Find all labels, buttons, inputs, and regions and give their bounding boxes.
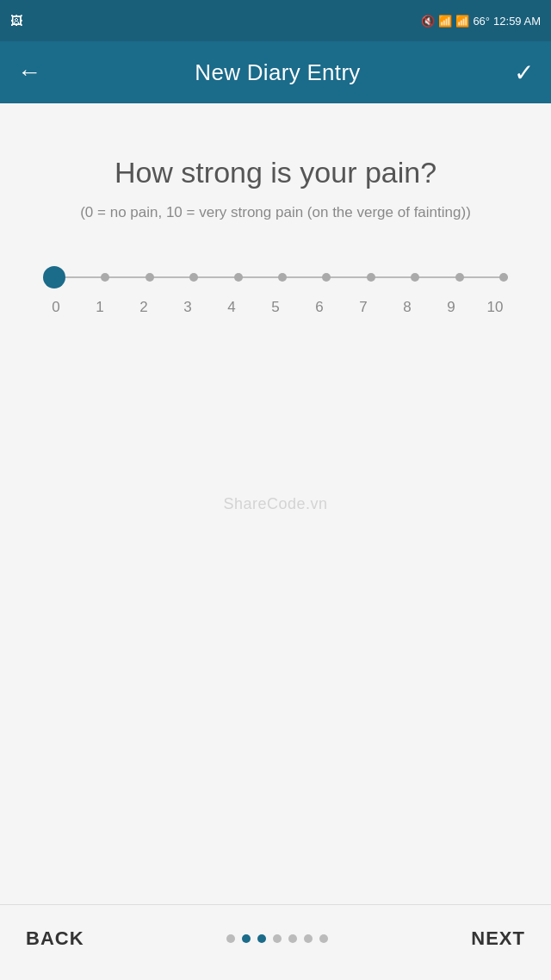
label-10: 10 [484, 299, 506, 316]
label-5: 5 [264, 299, 287, 316]
check-button[interactable]: ✓ [514, 59, 534, 87]
dot-5[interactable] [278, 273, 287, 282]
status-bar: 🖼 🔇 📶 📶 66° 12:59 AM [0, 0, 551, 41]
question-title: How strong is your pain? [115, 155, 436, 190]
label-6: 6 [308, 299, 331, 316]
dot-1[interactable] [101, 273, 109, 282]
dot-6[interactable] [322, 273, 331, 282]
label-8: 8 [396, 299, 418, 316]
back-button[interactable]: ← [17, 59, 41, 86]
label-3: 3 [176, 299, 199, 316]
dot-2[interactable] [145, 273, 154, 282]
label-0: 0 [45, 299, 67, 316]
app-header: ← New Diary Entry ✓ [0, 41, 551, 103]
page-indicator [226, 934, 328, 943]
page-title: New Diary Entry [195, 59, 360, 86]
status-bar-right: 🔇 📶 📶 66° 12:59 AM [421, 15, 541, 28]
dot-10[interactable] [499, 273, 508, 282]
page-dot-1 [226, 934, 235, 943]
label-2: 2 [133, 299, 155, 316]
dot [322, 273, 331, 282]
image-icon: 🖼 [10, 14, 22, 28]
page-dot-6 [304, 934, 313, 943]
dot [455, 273, 464, 282]
dot [367, 273, 375, 282]
dot-3[interactable] [189, 273, 198, 282]
page-dot-3 [257, 934, 266, 943]
dot-0[interactable] [43, 266, 65, 288]
label-1: 1 [89, 299, 111, 316]
wifi-icon: 📶 [438, 15, 452, 28]
bottom-navigation: BACK NEXT [0, 904, 551, 980]
next-button[interactable]: NEXT [471, 927, 525, 950]
dot [411, 273, 419, 282]
watermark: ShareCode.vn [223, 495, 327, 513]
dot [145, 273, 154, 282]
dot-8[interactable] [411, 273, 419, 282]
mute-icon: 🔇 [421, 15, 435, 28]
dot [234, 273, 243, 282]
active-dot [43, 266, 65, 288]
label-7: 7 [352, 299, 375, 316]
dot-4[interactable] [234, 273, 243, 282]
dot [278, 273, 287, 282]
label-9: 9 [440, 299, 462, 316]
dot [101, 273, 109, 282]
back-button[interactable]: BACK [26, 927, 84, 950]
content-area: How strong is your pain? (0 = no pain, 1… [0, 103, 551, 904]
time-display: 12:59 AM [493, 15, 541, 28]
dot [189, 273, 198, 282]
pain-slider[interactable]: 0 1 2 3 4 5 6 7 8 9 10 [26, 266, 525, 316]
dot-7[interactable] [367, 273, 375, 282]
label-4: 4 [220, 299, 243, 316]
dot-9[interactable] [455, 273, 464, 282]
slider-labels: 0 1 2 3 4 5 6 7 8 9 10 [43, 299, 508, 316]
slider-line [43, 276, 508, 278]
page-dot-2 [242, 934, 251, 943]
slider-track [43, 266, 508, 288]
status-bar-left: 🖼 [10, 14, 22, 28]
page-dot-7 [319, 934, 328, 943]
dot [499, 273, 508, 282]
signal-icon: 📶 [455, 15, 469, 28]
page-dot-4 [273, 934, 282, 943]
battery-text: 66° [473, 15, 490, 28]
page-dot-5 [288, 934, 297, 943]
question-subtitle: (0 = no pain, 10 = very strong pain (on … [80, 202, 471, 223]
